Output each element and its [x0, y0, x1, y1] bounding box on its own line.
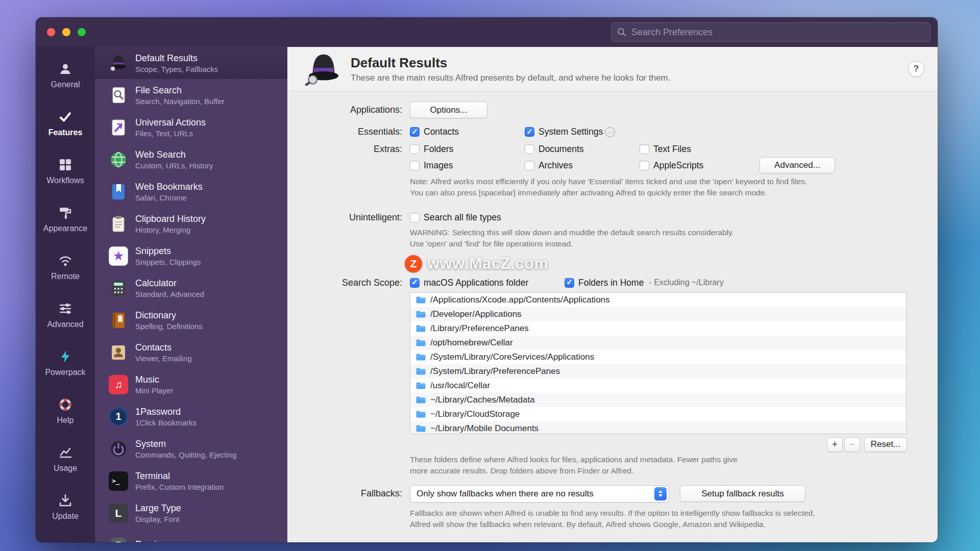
workflows-grid-icon	[58, 157, 72, 172]
features-item-music[interactable]: ♫ MusicMini Player	[95, 368, 287, 400]
scope-folder-row[interactable]: /Applications/Xcode.app/Contents/Applica…	[410, 293, 906, 307]
text-files-checkbox[interactable]	[640, 144, 649, 154]
sidebar-item-advanced[interactable]: Advanced	[36, 296, 95, 344]
usage-chart-icon	[58, 445, 72, 460]
features-item-web-search[interactable]: Web SearchCustom, URLs, History	[95, 143, 287, 176]
reset-scope-button[interactable]: Reset...	[864, 437, 907, 452]
zoom-window-button[interactable]	[78, 28, 86, 36]
extras-archives: Archives	[525, 160, 640, 171]
scope-folder-row[interactable]: /Library/PreferencePanes	[410, 321, 906, 336]
file-search-icon	[109, 86, 128, 105]
sidebar-item-workflows[interactable]: Workflows	[36, 152, 95, 200]
sidebar-item-usage[interactable]: Usage	[36, 440, 95, 488]
advanced-sliders-icon	[58, 301, 72, 316]
page-subtitle: These are the main results Alfred presen…	[351, 73, 671, 83]
fallbacks-dropdown[interactable]: Only show fallbacks when there are no re…	[410, 485, 669, 503]
features-item-file-search[interactable]: File SearchSearch, Navigation, Buffer	[95, 79, 287, 111]
help-button[interactable]: ?	[908, 61, 924, 77]
scope-folder-row[interactable]: ~/Library/CloudStorage	[410, 407, 906, 421]
scope-folder-row[interactable]: /usr/local/Cellar	[410, 379, 906, 393]
search-all-file-types: Search all file types	[410, 212, 501, 223]
sidebar-item-help[interactable]: Help	[36, 392, 95, 440]
features-item-universal-actions[interactable]: Universal ActionsFiles, Text, URLs	[95, 111, 287, 143]
documents-checkbox[interactable]	[525, 144, 534, 154]
feature-title: Terminal	[135, 471, 224, 482]
features-item-contacts[interactable]: ContactsViewer, Emailing	[95, 336, 287, 368]
macz-logo: Z	[405, 255, 422, 272]
sidebar-item-powerpack[interactable]: Powerpack	[36, 344, 95, 392]
system-settings-checkbox[interactable]	[525, 127, 534, 137]
archives-checkbox[interactable]	[525, 161, 534, 170]
feature-subtitle: Scope, Types, Fallbacks	[135, 65, 218, 73]
applications-label: Applications:	[287, 105, 402, 115]
sidebar-item-remote[interactable]: Remote	[36, 248, 95, 296]
features-item-calculator[interactable]: CalculatorStandard, Advanced	[95, 272, 287, 304]
macos-applications-folder-checkbox[interactable]	[410, 278, 420, 288]
search-all-file-types-checkbox[interactable]	[410, 213, 420, 222]
feature-subtitle: Display, Font	[135, 515, 181, 523]
feature-subtitle: Spelling, Definitions	[135, 322, 203, 331]
folders-in-home-checkbox[interactable]	[565, 278, 574, 288]
close-window-button[interactable]	[47, 28, 55, 36]
scope-folder-row[interactable]: ~/Library/Caches/Metadata	[410, 393, 906, 407]
features-item-dictionary[interactable]: DictionarySpelling, Definitions	[95, 304, 287, 336]
essentials-note: Note: Alfred works most efficiently if y…	[410, 176, 938, 199]
titlebar[interactable]	[36, 17, 938, 47]
folder-icon	[415, 339, 426, 347]
extras-text-files: Text Files	[640, 144, 754, 155]
dropdown-stepper-icon	[654, 487, 667, 500]
sidebar-item-features[interactable]: Features	[36, 104, 95, 152]
feature-title: System	[135, 439, 236, 449]
sidebar-item-general[interactable]: General	[36, 56, 95, 104]
search-scope-folder-list[interactable]: /Applications/Xcode.app/Contents/Applica…	[410, 292, 906, 434]
applications-options-button[interactable]: Options...	[410, 102, 487, 118]
scope-folder-row[interactable]: /Developer/Applications	[410, 307, 906, 321]
globe-icon	[109, 150, 128, 169]
applescripts-checkbox[interactable]	[640, 161, 649, 170]
scope-macos-applications: macOS Applications folder	[410, 278, 565, 288]
sidebar-item-update[interactable]: Update	[36, 488, 95, 536]
search-input[interactable]	[630, 27, 925, 38]
features-item-default-results[interactable]: Default ResultsScope, Types, Fallbacks	[95, 47, 287, 79]
remote-signal-icon	[58, 253, 72, 268]
extras-folders: Folders	[410, 144, 525, 155]
extras-advanced-button[interactable]: Advanced...	[760, 157, 835, 173]
features-item-web-bookmarks[interactable]: Web BookmarksSafari, Chrome	[95, 176, 287, 208]
clipboard-icon	[109, 214, 128, 234]
images-checkbox[interactable]	[410, 161, 420, 170]
scope-folder-row[interactable]: /System/Library/CoreServices/Application…	[410, 350, 906, 364]
minimize-window-button[interactable]	[62, 28, 70, 36]
features-item-snippets[interactable]: ★ SnippetsSnippets, Clippings	[95, 240, 287, 272]
scope-folder-row[interactable]: ~/Library/Mobile Documents	[410, 421, 906, 434]
remove-scope-folder-button[interactable]: −	[844, 437, 860, 452]
1password-icon: 1	[109, 407, 128, 427]
universal-actions-icon	[109, 118, 128, 137]
features-item-large-type[interactable]: L Large TypeDisplay, Font	[95, 497, 287, 529]
folders-checkbox[interactable]	[410, 144, 420, 154]
scope-folder-row[interactable]: /System/Library/PreferencePanes	[410, 364, 906, 379]
contacts-checkbox[interactable]	[410, 127, 420, 137]
features-item-system[interactable]: SystemCommands, Quitting, Ejecting	[95, 433, 287, 465]
feature-subtitle: Standard, Advanced	[135, 290, 204, 298]
sidebar-item-appearance[interactable]: Appearance	[36, 200, 95, 248]
form-row-fallbacks: Fallbacks: Only show fallbacks when ther…	[287, 485, 938, 503]
system-settings-options-icon[interactable]: …	[605, 127, 615, 137]
help-lifebuoy-icon	[58, 397, 72, 412]
feature-title: Snippets	[135, 246, 201, 257]
features-item-1password[interactable]: 1 1Password1Click Bookmarks	[95, 400, 287, 433]
features-item-terminal[interactable]: >_ TerminalPrefix, Custom Integration	[95, 465, 287, 497]
search-icon	[617, 28, 626, 37]
features-item-clipboard-history[interactable]: Clipboard HistoryHistory, Merging	[95, 208, 287, 240]
watermark-text: www.MacZ.com	[427, 255, 548, 273]
form-row-essentials: Essentials: Contacts System Settings …	[287, 127, 938, 137]
add-scope-folder-button[interactable]: +	[827, 437, 843, 452]
features-item-previews[interactable]: Previews	[95, 529, 287, 542]
scope-folder-row[interactable]: /opt/homebrew/Cellar	[410, 336, 906, 350]
form-row-unintelligent: Unintelligent: Search all file types	[287, 212, 938, 223]
snippets-star-icon: ★	[109, 246, 128, 266]
alfred-hat-icon	[109, 54, 128, 73]
search-scope-label: Search Scope:	[287, 278, 402, 288]
bookmark-icon	[109, 182, 128, 202]
setup-fallback-results-button[interactable]: Setup fallback results	[680, 485, 805, 502]
preferences-search-field[interactable]	[611, 22, 930, 42]
